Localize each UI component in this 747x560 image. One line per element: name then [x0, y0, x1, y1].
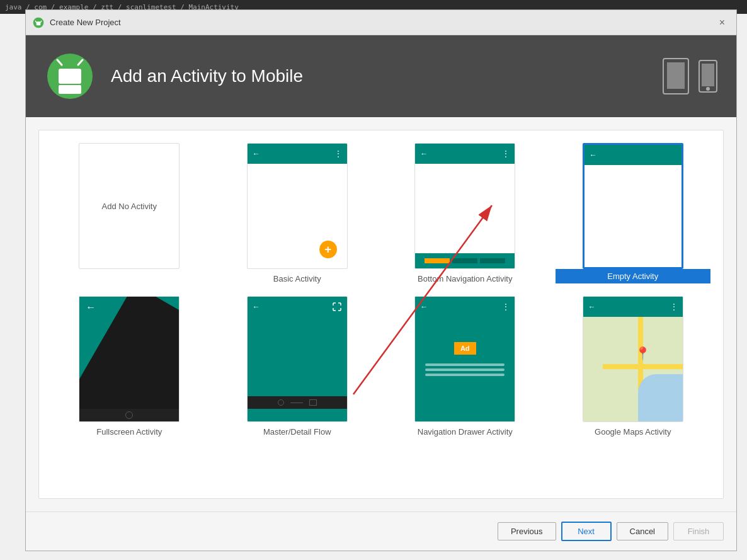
activity-card-bottom-nav[interactable]: ← ⋮ Bottom Navigation Activity: [387, 143, 543, 283]
no-activity-text: Add No Activity: [102, 202, 157, 211]
dialog-title-text: Create New Project: [50, 18, 714, 27]
bottom-nav-label: Bottom Navigation Activity: [418, 274, 512, 283]
fullscreen-bg: ←: [79, 297, 179, 409]
basic-activity-thumbnail: ← ⋮ +: [247, 143, 348, 269]
menu-icon: ⋮: [502, 302, 510, 311]
nav-indicator: [452, 258, 477, 263]
nav-line: [290, 403, 303, 403]
dialog-footer: Previous Next Cancel Finish: [26, 511, 736, 551]
nav-indicator: [480, 258, 505, 263]
master-toolbar: ←: [248, 297, 347, 317]
map-body: 📍: [583, 317, 683, 421]
nav-indicator-active: [425, 258, 450, 263]
previous-button[interactable]: Previous: [498, 522, 556, 540]
next-button[interactable]: Next: [561, 522, 612, 541]
svg-point-11: [706, 87, 710, 91]
bottom-nav-bar: [415, 253, 515, 268]
menu-icon: ⋮: [334, 149, 342, 158]
nav-drawer-toolbar: ← ⋮: [415, 297, 515, 317]
fs-back-icon: ←: [86, 302, 96, 313]
svg-rect-8: [667, 62, 685, 89]
dialog-header: Add an Activity to Mobile: [26, 35, 736, 117]
dialog-content: Add No Activity ← ⋮ +: [26, 117, 736, 511]
back-arrow-icon: ←: [253, 302, 260, 311]
create-project-dialog: Create New Project × Add an Activity to …: [25, 9, 737, 551]
basic-toolbar: ← ⋮: [248, 144, 347, 164]
empty-activity-label: Empty Activity: [556, 269, 711, 283]
svg-rect-1: [37, 21, 41, 25]
activity-card-no-activity[interactable]: Add No Activity: [52, 143, 207, 283]
maps-label: Google Maps Activity: [595, 427, 671, 437]
ad-body: Ad: [415, 317, 515, 421]
phone-home-button: [125, 411, 133, 419]
nav-square: [309, 399, 317, 406]
basic-activity-label: Basic Activity: [273, 274, 321, 283]
back-arrow-icon: ←: [590, 151, 597, 159]
ad-lines: [415, 361, 515, 379]
svg-rect-5: [59, 69, 81, 84]
back-arrow-icon: ←: [253, 149, 260, 158]
map-pin: 📍: [635, 346, 651, 361]
maps-thumbnail: ← ⋮ 📍: [583, 296, 683, 422]
master-detail-label: Master/Detail Flow: [263, 427, 331, 437]
activity-card-nav-drawer[interactable]: ← ⋮ Ad: [387, 296, 543, 437]
map-background: 📍: [583, 317, 683, 421]
phone-icon: [699, 60, 717, 93]
fullscreen-icon: [332, 302, 342, 312]
phone-bottom-bar: [79, 409, 179, 421]
activity-grid: Add No Activity ← ⋮ +: [52, 143, 710, 437]
no-activity-thumbnail: Add No Activity: [79, 143, 180, 269]
ad-line: [425, 363, 505, 366]
finish-button: Finish: [673, 522, 724, 540]
ad-line: [425, 369, 505, 371]
activity-card-basic[interactable]: ← ⋮ + Basic Activity: [220, 143, 375, 283]
bottom-nav-thumbnail: ← ⋮: [414, 143, 515, 269]
android-title-icon: [32, 16, 45, 29]
ad-label: Ad: [454, 342, 476, 355]
activity-grid-container: Add No Activity ← ⋮ +: [38, 130, 724, 499]
empty-body: [584, 165, 681, 267]
nav-drawer-thumbnail: ← ⋮ Ad: [414, 296, 515, 422]
nav-dot: [278, 399, 284, 406]
back-arrow-icon: ←: [420, 149, 428, 158]
menu-icon: ⋮: [502, 149, 510, 158]
phone-nav: [248, 396, 347, 409]
cancel-button[interactable]: Cancel: [617, 522, 668, 540]
activity-card-empty[interactable]: ← Empty Activity: [556, 143, 711, 283]
close-button[interactable]: ×: [714, 16, 730, 30]
bottom-nav-toolbar: ← ⋮: [415, 144, 515, 164]
back-arrow-icon: ←: [588, 302, 596, 311]
dialog-header-title: Add an Activity to Mobile: [111, 66, 662, 86]
map-water: [638, 374, 683, 421]
basic-body: +: [248, 164, 347, 268]
tablet-icon: [662, 57, 693, 95]
back-arrow-icon: ←: [420, 302, 428, 311]
diagonal-dark: [79, 297, 179, 409]
maps-toolbar: ← ⋮: [583, 297, 683, 317]
empty-activity-thumbnail: ←: [583, 143, 683, 269]
svg-rect-6: [59, 85, 81, 94]
activity-card-fullscreen[interactable]: ← Fullscreen Activity: [52, 296, 207, 437]
activity-card-master-detail[interactable]: ←: [220, 296, 375, 437]
fullscreen-thumbnail: ←: [79, 296, 180, 422]
svg-rect-10: [702, 64, 714, 86]
activity-card-maps[interactable]: ← ⋮ 📍: [556, 296, 711, 437]
empty-toolbar: ←: [584, 145, 681, 165]
android-logo: [45, 51, 95, 101]
master-detail-body: [248, 317, 347, 421]
fullscreen-label: Fullscreen Activity: [96, 427, 162, 437]
menu-icon: ⋮: [670, 302, 678, 311]
ad-line: [425, 374, 505, 376]
master-detail-thumbnail: ←: [247, 296, 348, 422]
diagonal-container: [79, 297, 179, 409]
device-icon: [662, 57, 717, 95]
dialog-title-bar: Create New Project ×: [26, 10, 736, 35]
fab-button: +: [319, 241, 337, 258]
nav-drawer-label: Navigation Drawer Activity: [418, 427, 513, 437]
